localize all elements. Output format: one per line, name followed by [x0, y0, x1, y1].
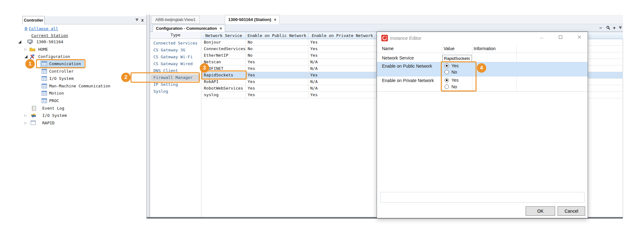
column-header-public[interactable]: Enable on Public Network	[246, 32, 308, 39]
step1-badge: 1	[25, 59, 35, 69]
enable-private-label: Enable on Private Network	[382, 78, 434, 83]
panel-position-icon[interactable]	[135, 18, 139, 23]
step2-badge: 2	[121, 73, 131, 82]
panel-splitter[interactable]	[147, 15, 150, 219]
collapse-all-icon	[24, 27, 28, 32]
network-service-value-input[interactable]	[442, 55, 472, 62]
io-system-icon	[31, 113, 36, 119]
tab-view1[interactable]: ABB-beijinglab:View1	[151, 16, 200, 24]
tree-item-io-system[interactable]: ▷ I/O System	[17, 112, 146, 119]
type-list-header: Type	[150, 32, 201, 39]
dialog-column-name: Name	[382, 44, 394, 53]
step4-highlight-box	[441, 61, 477, 91]
dialog-comment-input[interactable]	[380, 192, 585, 203]
step3-highlight-box	[201, 70, 247, 80]
toolbar-options-icon[interactable]	[618, 26, 622, 31]
ok-button[interactable]: OK	[526, 206, 555, 216]
tree-item-rapid[interactable]: ▷ RAPID	[17, 120, 146, 127]
table-icon	[42, 76, 47, 82]
dialog-title: Instance Editor	[390, 35, 421, 41]
column-header-network-service[interactable]: Network Service▲	[202, 32, 246, 39]
tree-item-motion[interactable]: Motion	[17, 90, 146, 97]
dialog-column-information: Information	[474, 44, 496, 53]
rapid-icon	[31, 121, 36, 126]
zoom-out-icon[interactable]: −	[598, 26, 603, 31]
table-icon	[42, 91, 47, 96]
tree-item-controller-1300-501164[interactable]: 1300-501164	[17, 39, 146, 45]
tree-item-man-machine-communication[interactable]: Man-Machine Communication	[17, 83, 146, 90]
type-item-cs-gateway-3g[interactable]: CS Gateway 3G	[151, 47, 200, 54]
current-station-link[interactable]: Current Station	[31, 33, 68, 38]
tree-item-proc[interactable]: PROC	[17, 97, 146, 104]
type-item-cs-gateway-wifi[interactable]: CS Gateway Wi-Fi	[151, 54, 200, 60]
robotstudio-window: Controller x Collapse all Current Statio…	[0, 0, 644, 228]
type-item-connected-services[interactable]: Connected Services	[151, 40, 200, 47]
event-log-icon	[31, 106, 36, 112]
dialog-header-underline	[377, 53, 588, 53]
instance-editor-icon	[381, 35, 388, 42]
tab-station[interactable]: 1300-501164 (Station)×	[225, 15, 280, 24]
network-service-label: Network Service	[382, 55, 414, 60]
panel-close-icon[interactable]: x	[141, 18, 144, 23]
tree-item-home[interactable]: ▷ HOME	[17, 46, 146, 53]
doc-tab-close-icon[interactable]: ×	[220, 26, 222, 31]
cancel-button[interactable]: Cancel	[558, 206, 585, 216]
document-tab-strip	[150, 15, 623, 24]
step2-highlight-box	[131, 72, 200, 83]
expander-collapsed-icon[interactable]: ▷	[24, 121, 27, 125]
tab-configuration-communication[interactable]: Configuration - Communication×	[153, 25, 225, 32]
expander-expanded-icon[interactable]	[18, 40, 21, 44]
dialog-column-value: Value	[444, 44, 455, 53]
folder-icon	[29, 47, 35, 52]
maximize-icon[interactable]	[556, 34, 564, 41]
minimize-icon[interactable]	[538, 34, 546, 41]
enable-public-label: Enable on Public Network	[382, 64, 432, 69]
tree-item-event-log[interactable]: Event Log	[17, 105, 146, 112]
table-icon	[42, 84, 47, 89]
tab-station-label: 1300-501164 (Station)	[228, 17, 271, 22]
zoom-in-icon[interactable]: +	[612, 26, 617, 31]
controller-panel-tab[interactable]: Controller	[22, 16, 45, 24]
close-icon[interactable]	[575, 34, 583, 41]
search-icon[interactable]	[605, 26, 611, 31]
type-list-separator	[201, 32, 201, 217]
controller-system-icon	[27, 39, 33, 45]
table-icon	[42, 69, 47, 75]
doc-tab-label: Configuration - Communication	[156, 26, 217, 31]
instance-editor-dialog: Instance Editor Name Value Information N…	[377, 32, 588, 218]
step1-highlight-box	[36, 59, 85, 68]
expander-collapsed-icon[interactable]: ▷	[24, 114, 27, 117]
tab-close-icon[interactable]: ×	[274, 18, 276, 22]
type-item-cs-gateway-wired[interactable]: CS Gateway Wired	[151, 60, 200, 67]
collapse-all-link[interactable]: Collapse all	[29, 26, 58, 31]
step3-badge: 3	[200, 63, 209, 73]
table-icon	[42, 98, 47, 104]
type-item-syslog[interactable]: Syslog	[151, 88, 200, 95]
sort-ascending-icon: ▲	[228, 32, 229, 39]
dialog-grid-bottom-line	[377, 91, 588, 92]
column-header-private[interactable]: Enable on Private Network	[308, 32, 377, 39]
expander-expanded-icon[interactable]	[24, 55, 28, 58]
expander-collapsed-icon[interactable]: ▷	[24, 48, 27, 51]
step4-badge: 4	[477, 63, 486, 73]
